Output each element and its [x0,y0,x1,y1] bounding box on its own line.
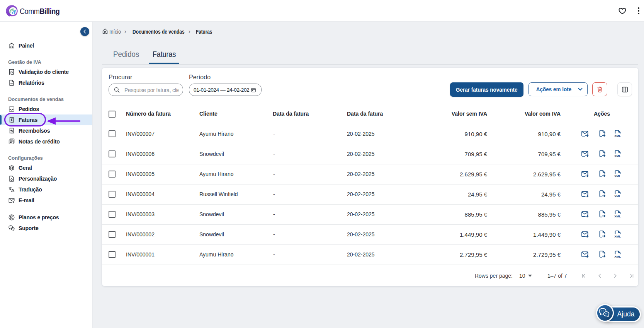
svg-text:XML: XML [614,235,621,238]
svg-text:XML: XML [614,255,621,258]
svg-text:XML: XML [614,195,621,198]
svg-text:XML: XML [614,134,621,137]
svg-text:XML: XML [614,215,621,218]
svg-text:XML: XML [614,174,621,178]
svg-text:XML: XML [614,154,621,157]
